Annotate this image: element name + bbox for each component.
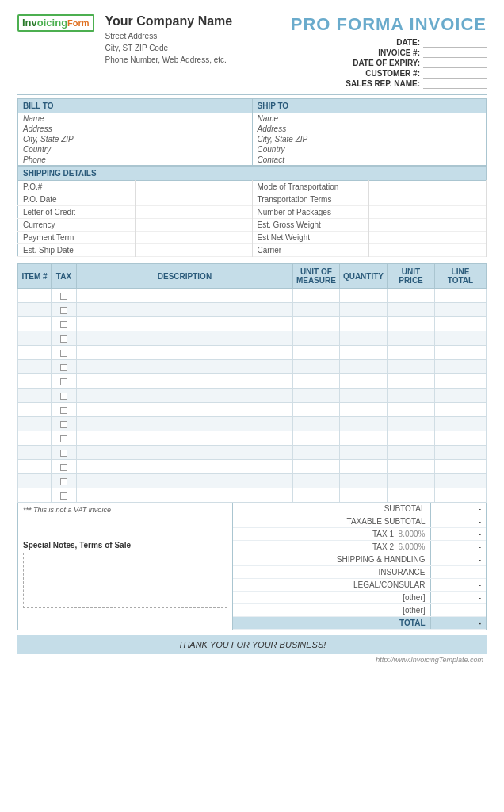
checkbox-icon[interactable] — [60, 421, 67, 428]
tax-checkbox-cell[interactable] — [52, 417, 77, 431]
tax-checkbox-cell[interactable] — [52, 403, 77, 417]
tax2-value: - — [430, 541, 486, 553]
tax-checkbox-cell[interactable] — [52, 289, 77, 303]
notes-box[interactable] — [23, 553, 227, 608]
col-uom: UNIT OF MEASURE — [292, 264, 339, 289]
other1-label: [other] — [233, 592, 430, 604]
tax-checkbox-cell[interactable] — [52, 346, 77, 360]
checkbox-icon[interactable] — [60, 450, 67, 457]
tax-checkbox-cell[interactable] — [52, 374, 77, 389]
qty-cell — [339, 389, 387, 403]
shipping-cell — [135, 244, 252, 257]
expiry-row: DATE OF EXPIRY: — [333, 59, 487, 68]
logo-form: Form — [67, 18, 90, 28]
tax-checkbox-cell[interactable] — [52, 360, 77, 374]
uom-cell — [292, 389, 339, 403]
qty-cell — [339, 374, 387, 389]
uom-cell — [292, 488, 339, 503]
salesrep-value — [423, 79, 487, 89]
checkbox-icon[interactable] — [60, 478, 67, 485]
ship-country: Country — [252, 144, 487, 155]
item-num-cell — [18, 403, 52, 417]
col-tax: TAX — [52, 264, 77, 289]
item-num-cell — [18, 289, 52, 303]
customer-label: CUSTOMER #: — [333, 69, 420, 79]
checkbox-icon[interactable] — [60, 464, 67, 471]
uom-cell — [292, 403, 339, 417]
col-total: LINE TOTAL — [435, 264, 487, 289]
uom-cell — [292, 460, 339, 474]
bill-phone: Phone — [18, 155, 253, 166]
footer-url: http://www.InvoicingTemplate.com — [17, 654, 487, 665]
checkbox-icon[interactable] — [60, 393, 67, 400]
unit-price-cell — [388, 303, 435, 317]
customer-value — [423, 69, 487, 79]
bill-city: City, State ZIP — [18, 134, 253, 144]
tax-checkbox-cell[interactable] — [52, 389, 77, 403]
ship-name: Name — [252, 113, 487, 124]
item-num-cell — [18, 346, 52, 360]
checkbox-icon[interactable] — [60, 350, 67, 357]
item-num-cell — [18, 317, 52, 331]
table-row — [18, 303, 487, 317]
uom-cell — [292, 303, 339, 317]
tax-checkbox-cell[interactable] — [52, 474, 77, 488]
unit-price-cell — [388, 374, 435, 389]
shipping-cell: Currency — [18, 219, 136, 232]
description-cell — [77, 431, 293, 446]
line-total-cell — [435, 374, 487, 389]
line-total-cell — [435, 360, 487, 374]
bottom-section: *** This is not a VAT invoice Special No… — [17, 503, 487, 630]
tax-checkbox-cell[interactable] — [52, 431, 77, 446]
col-desc: DESCRIPTION — [77, 264, 293, 289]
checkbox-icon[interactable] — [60, 335, 67, 343]
taxable-subtotal-row: TAXABLE SUBTOTAL - — [233, 515, 486, 528]
subtotal-value: - — [430, 503, 486, 515]
shipping-cell: P.O. Date — [18, 193, 136, 206]
shipping-cell: Carrier — [252, 244, 369, 257]
qty-cell — [339, 446, 387, 460]
tax-checkbox-cell[interactable] — [52, 331, 77, 346]
uom-cell — [292, 431, 339, 446]
shipping-cell: Letter of Credit — [18, 206, 136, 219]
description-cell — [77, 289, 293, 303]
item-num-cell — [18, 446, 52, 460]
tax-checkbox-cell[interactable] — [52, 303, 77, 317]
checkbox-icon[interactable] — [60, 407, 67, 414]
checkbox-icon[interactable] — [60, 293, 67, 300]
shipping-cell: Number of Packages — [252, 206, 369, 219]
invoice-num-row: INVOICE #: — [333, 48, 487, 58]
uom-cell — [292, 374, 339, 389]
checkbox-icon[interactable] — [60, 492, 67, 500]
unit-price-cell — [388, 331, 435, 346]
unit-price-cell — [388, 446, 435, 460]
table-row — [18, 417, 487, 431]
checkbox-icon[interactable] — [60, 321, 67, 328]
shipping-cell: Est. Ship Date — [18, 244, 136, 257]
table-row — [18, 460, 487, 474]
expiry-label: DATE OF EXPIRY: — [333, 59, 420, 68]
totals-table: SUBTOTAL - TAXABLE SUBTOTAL - TAX 1 8.00… — [233, 503, 486, 630]
shipping-label: SHIPPING & HANDLING — [233, 553, 430, 566]
logo-oicing: oicing — [37, 17, 67, 29]
qty-cell — [339, 488, 387, 503]
qty-cell — [339, 289, 387, 303]
checkbox-icon[interactable] — [60, 435, 67, 442]
tax-checkbox-cell[interactable] — [52, 460, 77, 474]
tax-checkbox-cell[interactable] — [52, 317, 77, 331]
checkbox-icon[interactable] — [60, 378, 67, 385]
tax-checkbox-cell[interactable] — [52, 446, 77, 460]
shipping-cell — [369, 232, 487, 244]
salesrep-label: SALES REP. NAME: — [333, 79, 420, 89]
qty-cell — [339, 303, 387, 317]
item-num-cell — [18, 488, 52, 503]
logo-inv: Inv — [22, 17, 37, 29]
total-label: TOTAL — [233, 617, 430, 630]
shipping-cell: P.O.# — [18, 181, 136, 193]
checkbox-icon[interactable] — [60, 364, 67, 371]
table-row — [18, 331, 487, 346]
customer-row: CUSTOMER #: — [333, 69, 487, 79]
tax-checkbox-cell[interactable] — [52, 488, 77, 503]
checkbox-icon[interactable] — [60, 307, 67, 314]
line-total-cell — [435, 488, 487, 503]
